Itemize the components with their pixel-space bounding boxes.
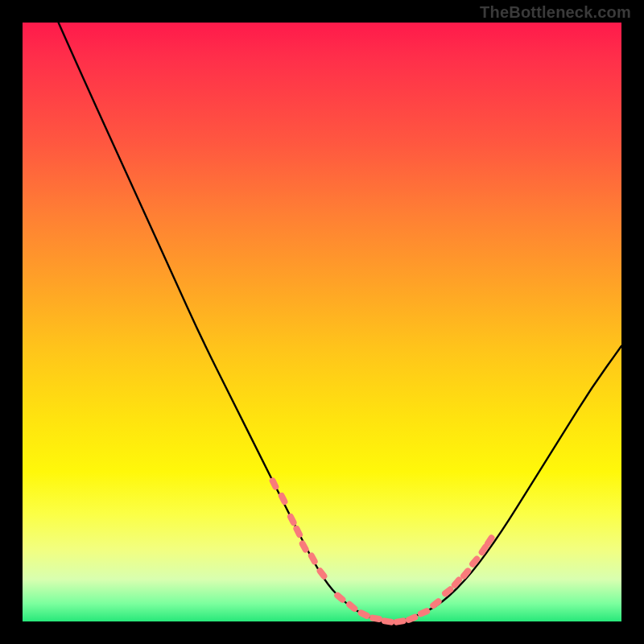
bottleneck-curve bbox=[59, 23, 621, 621]
highlight-marker bbox=[381, 617, 394, 626]
highlight-marker bbox=[393, 617, 407, 626]
highlight-marker bbox=[369, 614, 382, 623]
highlight-marker bbox=[268, 477, 279, 491]
highlight-markers bbox=[268, 477, 496, 625]
highlight-marker bbox=[417, 607, 431, 618]
highlight-marker bbox=[287, 513, 298, 527]
plot-area bbox=[23, 23, 621, 621]
chart-frame: TheBottleneck.com bbox=[0, 0, 644, 644]
highlight-marker bbox=[357, 609, 371, 620]
chart-svg bbox=[23, 23, 621, 621]
watermark-text: TheBottleneck.com bbox=[480, 3, 631, 22]
highlight-marker bbox=[292, 524, 303, 539]
